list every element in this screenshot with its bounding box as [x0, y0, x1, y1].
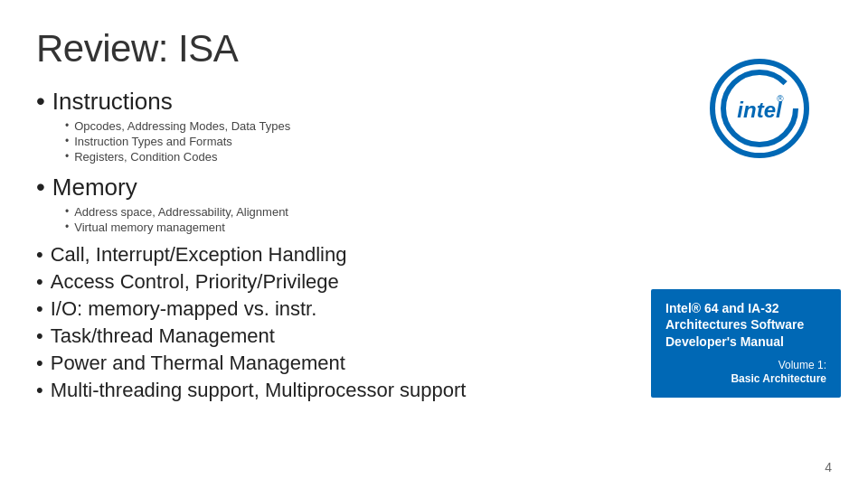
memory-section: Memory Address space, Addressability, Al… [36, 173, 561, 234]
bullet-io: I/O: memory-mapped vs. instr. [36, 297, 561, 321]
bullet-access-control: Access Control, Priority/Privilege [36, 270, 561, 294]
instructions-section: Instructions Opcodes, Addressing Modes, … [36, 87, 561, 164]
sub-item-opcodes: Opcodes, Addressing Modes, Data Types [65, 119, 561, 133]
bullet-list: Call, Interrupt/Exception Handling Acces… [36, 243, 561, 402]
content-left: Instructions Opcodes, Addressing Modes, … [36, 87, 561, 402]
intel-logo-circle: intel ® [710, 59, 809, 158]
sub-item-address-space: Address space, Addressability, Alignment [65, 205, 561, 219]
intel-manual-title: Intel® 64 and IA-32 Architectures Softwa… [665, 300, 826, 350]
sub-item-registers: Registers, Condition Codes [65, 150, 561, 164]
intel-logo-area: intel ® [687, 59, 832, 158]
bullet-task-thread: Task/thread Management [36, 324, 561, 348]
slide: Review: ISA Instructions Opcodes, Addres… [0, 0, 868, 488]
intel-manual-volume-label: Volume 1: [665, 359, 826, 373]
memory-heading: Memory [36, 173, 561, 202]
instructions-sub-list: Opcodes, Addressing Modes, Data Types In… [65, 119, 561, 164]
svg-text:®: ® [777, 94, 784, 104]
page-number: 4 [825, 460, 832, 474]
bullet-multithreading: Multi-threading support, Multiprocessor … [36, 379, 561, 402]
sub-item-instruction-types: Instruction Types and Formats [65, 135, 561, 148]
bullet-power-thermal: Power and Thermal Management [36, 352, 561, 375]
intel-manual-volume-subtitle: Basic Architecture [665, 372, 826, 387]
sub-item-virtual-memory: Virtual memory management [65, 221, 561, 234]
instructions-heading: Instructions [36, 87, 561, 116]
intel-circle-inner: intel ® [719, 68, 800, 149]
memory-sub-list: Address space, Addressability, Alignment… [65, 205, 561, 234]
bullet-call-interrupt: Call, Interrupt/Exception Handling [36, 243, 561, 267]
intel-manual-box: Intel® 64 and IA-32 Architectures Softwa… [651, 289, 841, 398]
intel-logo-svg: intel ® [719, 68, 800, 149]
